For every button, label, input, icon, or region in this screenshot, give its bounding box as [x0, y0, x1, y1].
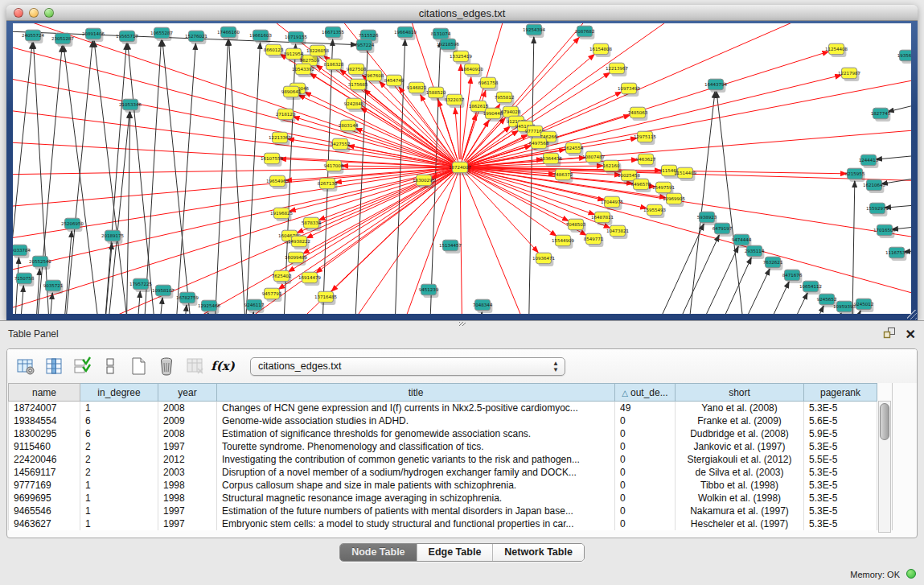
table-row[interactable]: 946362711997Embryonic stem cells: a mode… [9, 517, 877, 530]
graph-node[interactable]: 162160 [603, 160, 620, 171]
cell-name[interactable]: 14569117 [9, 466, 80, 479]
column-header-name[interactable]: name [9, 384, 80, 402]
column-header-in_degree[interactable]: in_degree [80, 384, 158, 402]
table-row[interactable]: 1456911722003Disruption of a novel membe… [9, 466, 877, 479]
table-settings-icon[interactable] [15, 356, 36, 377]
table-row[interactable]: 1830029562008Estimation of significance … [9, 427, 877, 440]
graph-node[interactable]: 7625402 [272, 270, 292, 282]
graph-node[interactable]: 7048503 [566, 219, 586, 230]
cell-name[interactable]: 9465546 [9, 505, 80, 517]
graph-node[interactable]: 1990448 [483, 108, 503, 119]
cell-title[interactable]: Structural magnetic resonance image aver… [217, 492, 615, 505]
cell-out_degree[interactable]: 0 [615, 466, 676, 479]
cell-pagerank[interactable]: 5.3E-5 [804, 466, 877, 479]
cell-title[interactable]: Investigating the contribution of common… [217, 453, 615, 466]
cell-year[interactable]: 2009 [158, 414, 217, 427]
graph-node[interactable]: 5878334 [302, 217, 322, 229]
graph-node[interactable]: 9451239 [419, 284, 439, 295]
graph-node[interactable]: 9246117 [244, 299, 265, 311]
cell-short[interactable]: Wolkin et al. (1998) [676, 492, 804, 505]
graph-node[interactable]: 8186328 [324, 59, 344, 70]
graph-node[interactable]: 9474444 [732, 234, 752, 245]
column-header-title[interactable]: title [217, 384, 615, 402]
graph-node[interactable]: 6496578 [631, 179, 651, 190]
graph-node[interactable]: 9035721 [43, 280, 64, 291]
graph-node[interactable]: 20552542 [29, 256, 51, 267]
cell-out_degree[interactable]: 0 [615, 492, 676, 505]
graph-node[interactable]: 1827745 [871, 108, 891, 119]
cell-name[interactable]: 9463627 [9, 517, 80, 530]
graph-node[interactable]: 8131074 [431, 28, 451, 39]
cell-pagerank[interactable]: 5.3E-5 [804, 402, 877, 414]
cell-pagerank[interactable]: 5.3E-5 [804, 440, 877, 453]
cell-year[interactable]: 1997 [158, 505, 217, 517]
cell-out_degree[interactable]: 49 [615, 402, 676, 414]
graph-node[interactable]: 7632621 [763, 257, 783, 268]
cell-out_degree[interactable]: 0 [615, 479, 676, 492]
column-header-short[interactable]: short [676, 384, 804, 402]
cell-out_degree[interactable]: 0 [615, 517, 676, 530]
cell-out_degree[interactable]: 0 [615, 453, 676, 466]
graph-node[interactable]: 2935114 [745, 245, 765, 257]
cell-pagerank[interactable]: 5.3E-5 [804, 517, 877, 530]
graph-node[interactable]: 8660123 [264, 44, 284, 55]
graph-node[interactable]: 15592971 [866, 203, 889, 214]
float-panel-icon[interactable] [883, 327, 896, 342]
cell-in_degree[interactable]: 2 [80, 466, 158, 479]
graph-node[interactable]: 7150758 [14, 273, 35, 284]
graph-node[interactable]: 9245652 [817, 294, 837, 305]
cell-in_degree[interactable]: 2 [80, 440, 158, 453]
cell-pagerank[interactable]: 5.6E-5 [804, 414, 877, 427]
cell-name[interactable]: 22420046 [9, 453, 80, 466]
cell-title[interactable]: Changes of HCN gene expression and I(f) … [217, 402, 615, 414]
cell-out_degree[interactable]: 0 [615, 505, 676, 517]
graph-node[interactable]: 10543392 [292, 64, 314, 75]
graph-node[interactable]: 9245012 [854, 299, 874, 310]
cell-pagerank[interactable]: 5.9E-5 [804, 427, 877, 440]
function-builder-icon[interactable]: f(x) [212, 356, 233, 377]
unselect-all-icon[interactable] [100, 356, 121, 377]
network-canvas[interactable]: 1872400713325419186409101862615832203715… [13, 23, 911, 314]
cell-name[interactable]: 9115460 [9, 440, 80, 453]
table-scrollbar-thumb[interactable] [880, 403, 889, 440]
graph-node[interactable]: 14938222 [288, 236, 310, 247]
column-header-year[interactable]: year [158, 384, 217, 402]
cell-short[interactable]: de Silva et al. (2003) [676, 466, 804, 479]
cell-short[interactable]: Nakamura et al. (1997) [676, 505, 804, 517]
cell-in_degree[interactable]: 6 [80, 414, 158, 427]
graph-node[interactable]: 8471676 [782, 270, 803, 281]
cell-short[interactable]: Yano et al. (2008) [676, 402, 804, 414]
table-row[interactable]: 969969511998Structural magnetic resonanc… [9, 492, 877, 505]
cell-in_degree[interactable]: 1 [80, 505, 158, 517]
graph-node[interactable]: 9417006 [324, 160, 344, 171]
graph-node[interactable]: 16487811 [591, 212, 614, 223]
graph-node[interactable]: 1935628 [897, 50, 911, 60]
graph-node[interactable]: 15276021 [185, 31, 207, 42]
window-resize-grip[interactable] [907, 310, 917, 319]
table-scrollbar[interactable] [878, 401, 891, 533]
table-row[interactable]: 946554611997Estimation of the future num… [9, 505, 877, 517]
cell-in_degree[interactable]: 1 [80, 492, 158, 505]
graph-node[interactable]: 2718120 [276, 109, 296, 120]
tab-node-table[interactable]: Node Table [340, 544, 416, 561]
graph-node[interactable]: 7048344 [473, 299, 493, 311]
cell-year[interactable]: 2012 [158, 453, 217, 466]
graph-node[interactable]: 7485063 [628, 107, 648, 118]
cell-title[interactable]: Estimation of significance thresholds fo… [217, 427, 615, 440]
graph-node[interactable]: 9890641 [281, 86, 302, 97]
graph-node[interactable]: 15497591 [652, 182, 675, 193]
cell-title[interactable]: Estimation of the future numbers of pati… [217, 505, 615, 517]
cell-short[interactable]: Dudbridge et al. (2008) [676, 427, 804, 440]
graph-node[interactable]: 8267130 [318, 178, 338, 189]
graph-node[interactable]: 8215955 [845, 168, 865, 179]
graph-node[interactable]: 2087682 [575, 26, 595, 37]
graph-node[interactable]: 1588520 [426, 87, 446, 98]
graph-node[interactable]: 7957224 [355, 39, 375, 51]
cell-year[interactable]: 2008 [158, 402, 217, 414]
select-all-icon[interactable] [72, 356, 92, 377]
graph-node[interactable]: 8454749 [384, 75, 405, 86]
graph-node[interactable]: 7515526 [359, 30, 379, 41]
close-panel-icon[interactable]: ✕ [906, 329, 916, 340]
table-row[interactable]: 911546021997Tourette syndrome. Phenomeno… [9, 440, 877, 453]
cell-name[interactable]: 18300295 [9, 427, 80, 440]
